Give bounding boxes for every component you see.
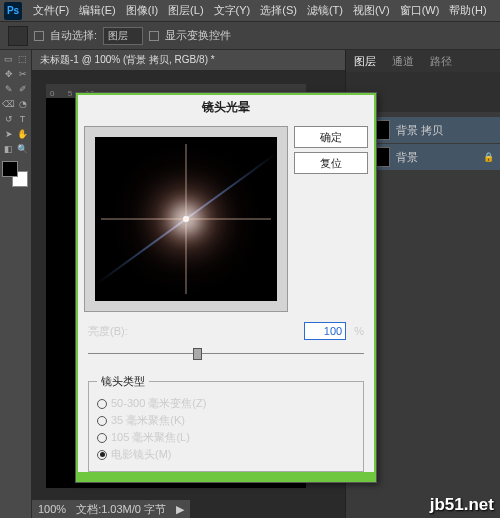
lens-flare-dialog: 镜头光晕 确定 复位 亮度(B): % (75, 92, 377, 483)
slider-thumb[interactable] (193, 348, 202, 360)
tool-rotate[interactable]: ↺ (2, 112, 15, 126)
menu-type[interactable]: 文字(Y) (209, 1, 256, 20)
auto-select-checkbox[interactable] (34, 31, 44, 41)
layer-name: 背景 (396, 150, 418, 165)
lock-icon: 🔒 (483, 152, 494, 162)
show-transform-checkbox[interactable] (149, 31, 159, 41)
radio-icon[interactable] (97, 399, 107, 409)
lens-option-35[interactable]: 35 毫米聚焦(K) (97, 412, 355, 429)
menu-window[interactable]: 窗口(W) (395, 1, 445, 20)
status-bar: 100% 文档:1.03M/0 字节 ▶ (32, 500, 190, 518)
tool-palette: ▭⬚ ✥✂ ✎✐ ⌫◔ ↺T ➤✋ ◧🔍 (0, 50, 32, 518)
color-swatches[interactable] (2, 161, 28, 187)
menu-filter[interactable]: 滤镜(T) (302, 1, 348, 20)
tool-marquee[interactable]: ⬚ (16, 52, 29, 66)
brightness-unit: % (354, 325, 364, 337)
menu-edit[interactable]: 编辑(E) (74, 1, 121, 20)
tool-lasso[interactable]: ✥ (2, 67, 15, 81)
tab-channels[interactable]: 通道 (388, 52, 418, 71)
menu-help[interactable]: 帮助(H) (444, 1, 491, 20)
flare-core (183, 216, 189, 222)
tool-eraser[interactable]: ⌫ (2, 97, 15, 111)
document-tab[interactable]: 未标题-1 @ 100% (背景 拷贝, RGB/8) * (32, 50, 345, 70)
tool-shape[interactable]: ◧ (2, 142, 15, 156)
tab-layers[interactable]: 图层 (350, 52, 380, 71)
move-tool-icon (8, 26, 28, 46)
zoom-level[interactable]: 100% (38, 503, 66, 515)
lens-option-movie[interactable]: 电影镜头(M) (97, 446, 355, 463)
menu-bar: Ps 文件(F) 编辑(E) 图像(I) 图层(L) 文字(Y) 选择(S) 滤… (0, 0, 500, 22)
tool-zoom[interactable]: 🔍 (16, 142, 29, 156)
tool-move[interactable]: ▭ (2, 52, 15, 66)
lens-option-105[interactable]: 105 毫米聚焦(L) (97, 429, 355, 446)
lens-type-legend: 镜头类型 (97, 374, 149, 389)
tool-crop[interactable]: ✂ (16, 67, 29, 81)
tool-type[interactable]: T (16, 112, 29, 126)
chevron-right-icon[interactable]: ▶ (176, 503, 184, 516)
radio-icon[interactable] (97, 450, 107, 460)
brightness-input[interactable] (304, 322, 346, 340)
tab-paths[interactable]: 路径 (426, 52, 456, 71)
app-icon: Ps (4, 2, 22, 20)
auto-select-label: 自动选择: (50, 28, 97, 43)
menu-image[interactable]: 图像(I) (121, 1, 163, 20)
panel-tabs: 图层 通道 路径 (346, 50, 500, 72)
radio-icon[interactable] (97, 433, 107, 443)
lens-type-group: 镜头类型 50-300 毫米变焦(Z) 35 毫米聚焦(K) 105 毫米聚焦(… (88, 374, 364, 472)
reset-button[interactable]: 复位 (294, 152, 368, 174)
doc-size: 文档:1.03M/0 字节 (76, 502, 166, 517)
tool-brush[interactable]: ✎ (2, 82, 15, 96)
tool-pencil[interactable]: ✐ (16, 82, 29, 96)
tool-gradient[interactable]: ◔ (16, 97, 29, 111)
tool-hand[interactable]: ✋ (16, 127, 29, 141)
brightness-label: 亮度(B): (88, 324, 128, 339)
auto-select-target[interactable]: 图层 (103, 27, 143, 45)
ok-button[interactable]: 确定 (294, 126, 368, 148)
tool-path[interactable]: ➤ (2, 127, 15, 141)
flare-preview-frame (84, 126, 288, 312)
show-transform-label: 显示变换控件 (165, 28, 231, 43)
menu-file[interactable]: 文件(F) (28, 1, 74, 20)
radio-icon[interactable] (97, 416, 107, 426)
menu-select[interactable]: 选择(S) (255, 1, 302, 20)
menu-layer[interactable]: 图层(L) (163, 1, 208, 20)
layer-name: 背景 拷贝 (396, 123, 443, 138)
menu-view[interactable]: 视图(V) (348, 1, 395, 20)
brightness-slider[interactable] (88, 346, 364, 360)
watermark: jb51.net (430, 495, 494, 515)
lens-option-50-300[interactable]: 50-300 毫米变焦(Z) (97, 395, 355, 412)
options-bar: 自动选择: 图层 显示变换控件 (0, 22, 500, 50)
flare-preview[interactable] (95, 137, 277, 301)
dialog-title: 镜头光晕 (78, 95, 374, 120)
